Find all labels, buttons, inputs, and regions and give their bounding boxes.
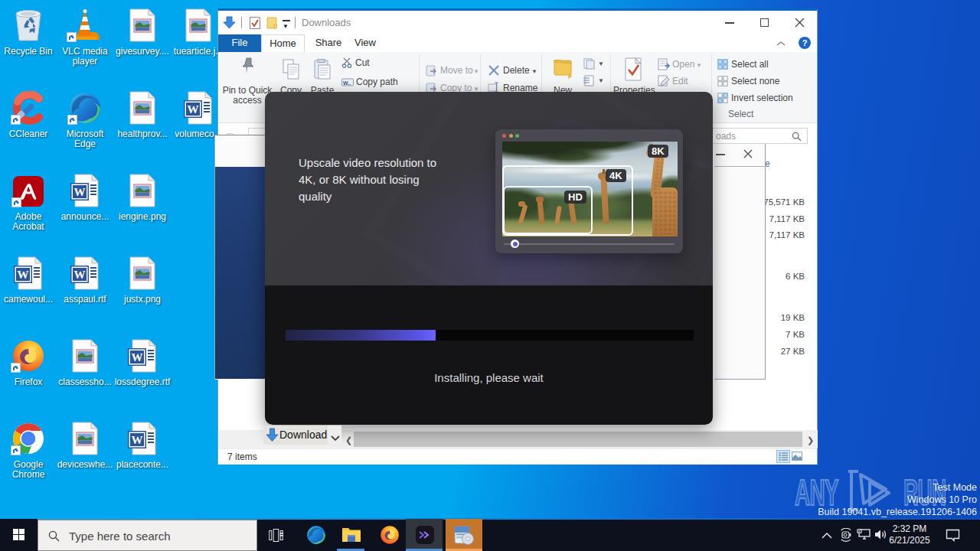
- svg-text:W: W: [18, 269, 29, 281]
- svg-text:W: W: [188, 103, 199, 116]
- svg-text:W..: W..: [343, 80, 351, 86]
- svg-text:W: W: [74, 186, 86, 198]
- svg-text:W: W: [74, 269, 86, 281]
- svg-text:W: W: [132, 351, 143, 364]
- svg-text:W: W: [132, 434, 143, 446]
